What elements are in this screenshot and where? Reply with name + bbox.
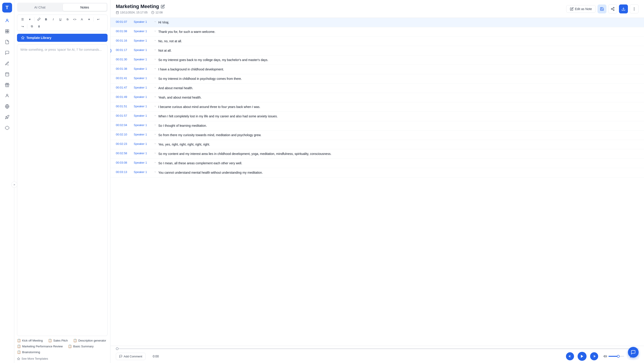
transcript-speaker[interactable]: Speaker 1 (134, 39, 154, 42)
toolbar-color[interactable]: A (79, 16, 85, 22)
add-comment-btn[interactable]: Add Comment (116, 353, 146, 360)
template-item-summary[interactable]: 📋 Basic Summary (68, 345, 94, 348)
transcript-speaker[interactable]: Speaker 1 (134, 123, 154, 127)
see-more-templates[interactable]: See More Templates (17, 357, 108, 360)
transcript-chevron-icon[interactable] (154, 86, 158, 89)
transcript-time[interactable]: 00:02:10 (116, 133, 134, 136)
transcript-chevron-icon[interactable] (154, 133, 158, 136)
sidebar-collapse-btn[interactable]: » (11, 181, 18, 188)
template-library-btn[interactable]: Template Library (17, 34, 108, 42)
transcript-time[interactable]: 00:01:07 (116, 20, 134, 23)
toolbar-color-dropdown[interactable]: ▾ (86, 16, 92, 22)
transcript-time[interactable]: 00:01:49 (116, 95, 134, 99)
sidebar-item-pen[interactable] (3, 59, 12, 68)
progress-bar[interactable] (116, 348, 639, 349)
transcript-chevron-icon[interactable] (154, 95, 158, 99)
transcript-time[interactable]: 00:01:51 (116, 105, 134, 108)
toolbar-italic[interactable]: I (50, 16, 56, 22)
sidebar-item-users[interactable] (3, 16, 12, 25)
transcript-chevron-icon[interactable] (154, 161, 158, 165)
toolbar-code[interactable]: <> (72, 16, 78, 22)
transcript-time[interactable]: 00:01:16 (116, 39, 134, 42)
toolbar-dropdown[interactable]: ▾ (26, 16, 33, 22)
transcript-time[interactable]: 00:02:04 (116, 123, 134, 127)
volume-slider[interactable] (608, 356, 624, 357)
transcript-time[interactable]: 00:03:13 (116, 170, 134, 174)
template-item-description[interactable]: 📋 Description generator (73, 339, 106, 342)
template-item-kickoff[interactable]: 📋 Kick off Meeting (17, 339, 43, 342)
transcript-chevron-icon[interactable] (154, 20, 158, 24)
save-btn[interactable] (598, 4, 606, 13)
edit-icon[interactable] (161, 4, 165, 8)
toolbar-strikethrough[interactable]: S (64, 16, 71, 22)
transcript-speaker[interactable]: Speaker 1 (134, 142, 154, 145)
transcript-time[interactable]: 00:03:08 (116, 161, 134, 164)
sidebar-item-gift[interactable] (3, 80, 12, 89)
transcript-time[interactable]: 00:01:47 (116, 86, 134, 89)
transcript-time[interactable]: 00:02:58 (116, 152, 134, 155)
toolbar-download[interactable]: ⬇ (36, 23, 42, 29)
toolbar-bold[interactable]: B (43, 16, 49, 22)
template-item-marketing[interactable]: 📋 Marketing Performance Review (17, 345, 62, 348)
transcript-time[interactable]: 00:01:41 (116, 76, 134, 80)
chat-bubble[interactable] (628, 347, 639, 358)
transcript-chevron-icon[interactable] (154, 58, 158, 61)
transcript-speaker[interactable]: Speaker 1 (134, 48, 154, 52)
sidebar-item-chat[interactable] (3, 48, 12, 57)
share-btn[interactable] (608, 4, 617, 13)
transcript-speaker[interactable]: Speaker 1 (134, 58, 154, 61)
tab-ai-chat[interactable]: AI Chat (18, 3, 62, 11)
transcript-speaker[interactable]: Speaker 1 (134, 86, 154, 89)
transcript-speaker[interactable]: Speaker 1 (134, 67, 154, 70)
transcript-chevron-icon[interactable] (154, 152, 158, 155)
transcript-time[interactable]: 00:01:08 (116, 29, 134, 33)
toolbar-copy[interactable]: ⧉ (28, 23, 35, 29)
transcript-speaker[interactable]: Speaker 1 (134, 20, 154, 23)
toolbar-undo[interactable]: ↩ (95, 16, 101, 22)
editor-area[interactable]: Write something, or press 'space' for AI… (17, 44, 108, 336)
toolbar-align[interactable]: ☰ (20, 16, 26, 22)
transcript-speaker[interactable]: Speaker 1 (134, 161, 154, 164)
transcript-chevron-icon[interactable] (154, 39, 158, 42)
template-item-sales[interactable]: 📋 Sales Pitch (48, 339, 68, 342)
transcript-chevron-icon[interactable] (154, 123, 158, 127)
transcript-speaker[interactable]: Speaker 1 (134, 133, 154, 136)
transcript-chevron-icon[interactable] (154, 29, 158, 33)
transcript-speaker[interactable]: Speaker 1 (134, 105, 154, 108)
download-btn[interactable] (619, 4, 628, 13)
sidebar-item-rocket[interactable] (3, 113, 12, 122)
transcript-time[interactable]: 00:01:57 (116, 114, 134, 117)
transcript-chevron-icon[interactable] (154, 105, 158, 108)
sidebar-item-grid[interactable] (3, 27, 12, 36)
sidebar-item-calendar[interactable] (3, 70, 12, 79)
transcript-time[interactable]: 00:01:30 (116, 58, 134, 61)
sidebar-item-translate[interactable] (3, 102, 12, 111)
transcript-chevron-icon[interactable] (154, 76, 158, 80)
toolbar-underline[interactable]: U (57, 16, 64, 22)
transcript-time[interactable]: 00:02:23 (116, 142, 134, 145)
toolbar-link[interactable] (36, 16, 42, 22)
transcript-speaker[interactable]: Speaker 1 (134, 76, 154, 80)
toolbar-redo[interactable]: ↪ (20, 23, 26, 29)
transcript-speaker[interactable]: Speaker 1 (134, 114, 154, 117)
transcript-speaker[interactable]: Speaker 1 (134, 29, 154, 33)
skip-forward-btn[interactable] (590, 352, 598, 360)
template-item-brainstorming[interactable]: 📋 Brainstorming (17, 350, 40, 354)
more-btn[interactable] (630, 4, 639, 13)
sidebar-item-person[interactable] (3, 91, 12, 100)
transcript-chevron-icon[interactable] (154, 114, 158, 118)
transcript-chevron-icon[interactable] (154, 48, 158, 52)
transcript-speaker[interactable]: Speaker 1 (134, 152, 154, 155)
transcript-body[interactable]: 00:01:07 Speaker 1 Hi Viraj. 00:01:08 Sp… (110, 18, 644, 346)
skip-back-btn[interactable] (566, 352, 574, 360)
play-btn[interactable] (578, 352, 586, 361)
transcript-speaker[interactable]: Speaker 1 (134, 95, 154, 99)
tab-notes[interactable]: Notes (63, 3, 107, 11)
transcript-chevron-icon[interactable] (154, 170, 158, 174)
transcript-speaker[interactable]: Speaker 1 (134, 170, 154, 174)
edit-as-note-btn[interactable]: Edit as Note (566, 5, 596, 13)
transcript-chevron-icon[interactable] (154, 142, 158, 146)
transcript-time[interactable]: 00:01:17 (116, 48, 134, 52)
sidebar-item-diamond[interactable] (3, 123, 12, 132)
transcript-chevron-icon[interactable] (154, 67, 158, 71)
